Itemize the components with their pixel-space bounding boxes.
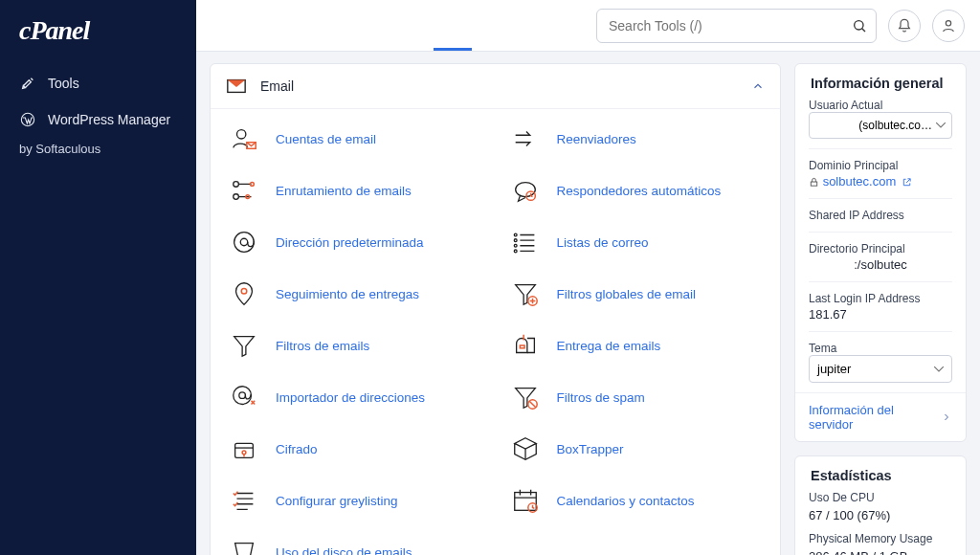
sidebar-item-wordpress[interactable]: WordPress Manager xyxy=(0,101,196,138)
funnel-icon xyxy=(228,329,260,362)
lock-box-icon xyxy=(228,433,260,465)
email-app-label: Reenviadores xyxy=(557,132,636,146)
info-widget: Información general Usuario Actual (solb… xyxy=(794,63,967,442)
active-tab-indicator xyxy=(434,48,472,51)
email-app-label: Cifrado xyxy=(276,442,318,456)
svg-point-21 xyxy=(234,387,252,405)
svg-point-14 xyxy=(514,233,517,236)
stats-widget: Estadísticas Uso De CPU 67 / 100 (67%) P… xyxy=(794,455,967,555)
user-icon xyxy=(941,18,956,33)
email-app-label: Filtros globales de email xyxy=(557,287,697,301)
mailbox-icon xyxy=(509,329,542,362)
svg-point-13 xyxy=(240,238,248,246)
svg-point-25 xyxy=(242,451,246,455)
stats-widget-title: Estadísticas xyxy=(795,456,966,489)
svg-point-0 xyxy=(21,113,33,125)
cpu-label: Uso De CPU xyxy=(809,491,952,504)
svg-point-22 xyxy=(239,392,246,399)
email-app-item[interactable]: Importador de direcciones xyxy=(228,381,482,413)
last-login-value: 181.67 xyxy=(809,307,952,322)
svg-point-7 xyxy=(234,194,239,200)
list-icon xyxy=(509,226,542,258)
last-login-label: Last Login IP Address xyxy=(809,292,952,305)
email-app-label: Cuentas de email xyxy=(276,132,376,146)
email-app-item[interactable]: Cifrado xyxy=(228,433,482,465)
sidebar-subtext: by Softaculous xyxy=(0,138,196,167)
email-app-item[interactable]: Filtros de spam xyxy=(509,381,764,413)
email-app-label: Configurar greylisting xyxy=(276,494,398,508)
email-app-item[interactable]: BoxTrapper xyxy=(509,433,764,465)
greylist-icon xyxy=(228,484,260,517)
primary-domain-link[interactable]: solbutec.com xyxy=(823,174,912,189)
primary-domain-label: Dominio Principal xyxy=(809,159,952,172)
at-import-icon xyxy=(228,381,260,413)
svg-point-15 xyxy=(514,239,517,242)
email-app-item[interactable]: Configurar greylisting xyxy=(228,484,482,517)
box-trap-icon xyxy=(509,433,542,465)
svg-point-4 xyxy=(237,130,246,139)
disk-icon xyxy=(228,536,260,555)
brand-logo: cPanel xyxy=(0,0,196,65)
account-button[interactable] xyxy=(932,10,965,42)
email-app-item[interactable]: Reenviadores xyxy=(509,122,764,155)
mem-value: 286.46 MB / 1 GB (27.08%) xyxy=(809,549,952,555)
email-app-item[interactable]: Enrutamiento de emails xyxy=(228,174,482,207)
wrench-cross-icon xyxy=(19,75,36,92)
email-app-label: Filtros de emails xyxy=(276,339,369,353)
email-app-item[interactable]: Respondedores automáticos xyxy=(509,174,764,207)
email-app-item[interactable]: Listas de correo xyxy=(509,226,764,258)
email-app-item[interactable]: Filtros globales de email xyxy=(509,278,764,310)
email-app-label: Seguimiento de entregas xyxy=(276,287,419,301)
email-app-item[interactable]: Entrega de emails xyxy=(509,329,764,362)
user-mail-icon xyxy=(228,122,260,155)
server-info-link[interactable]: Información del servidor xyxy=(795,392,966,441)
funnel-plus-icon xyxy=(509,278,542,310)
sidebar-item-tools[interactable]: Tools xyxy=(0,65,196,101)
funnel-block-icon xyxy=(509,381,542,413)
email-app-item[interactable]: Filtros de emails xyxy=(228,329,482,362)
at-sign-icon xyxy=(228,226,260,258)
home-dir-value: :/solbutec xyxy=(809,257,952,272)
home-dir-label: Directorio Principal xyxy=(809,242,952,255)
svg-point-8 xyxy=(251,183,255,187)
notifications-button[interactable] xyxy=(888,10,921,42)
calendar-icon xyxy=(509,484,542,517)
envelope-icon xyxy=(226,76,247,97)
email-widget-header[interactable]: Email xyxy=(211,64,780,109)
auto-reply-icon xyxy=(509,174,542,207)
chevron-right-icon xyxy=(941,411,952,423)
routing-icon xyxy=(228,174,260,207)
email-app-label: Calendarios y contactos xyxy=(557,494,695,508)
mem-label: Physical Memory Usage xyxy=(809,532,952,545)
sidebar-item-label: Tools xyxy=(48,76,79,91)
cpu-value: 67 / 100 (67%) xyxy=(809,508,952,522)
search-icon xyxy=(852,18,867,33)
email-app-label: Listas de correo xyxy=(557,235,649,250)
svg-rect-20 xyxy=(520,345,524,348)
email-app-label: Enrutamiento de emails xyxy=(276,184,412,198)
bell-icon xyxy=(897,18,912,33)
svg-point-18 xyxy=(241,288,247,294)
email-app-label: Uso del disco de emails xyxy=(276,545,412,556)
sidebar: cPanel Tools WordPress Manager by Softac… xyxy=(0,0,196,555)
svg-point-2 xyxy=(946,20,950,25)
email-app-label: Importador de direcciones xyxy=(276,390,425,405)
email-widget: Email Cuentas de email Reenviadores Enru… xyxy=(210,63,781,555)
svg-point-12 xyxy=(234,233,255,253)
search-container xyxy=(596,9,877,43)
track-pin-icon xyxy=(228,278,260,310)
email-app-label: Respondedores automáticos xyxy=(557,184,722,198)
current-user-select[interactable]: (solbutec.co… xyxy=(809,112,952,139)
email-app-item[interactable]: Dirección predeterminada xyxy=(228,226,482,258)
search-input[interactable] xyxy=(596,9,877,43)
email-app-item[interactable]: Uso del disco de emails xyxy=(228,536,482,555)
email-app-item[interactable]: Calendarios y contactos xyxy=(509,484,764,517)
svg-point-1 xyxy=(855,20,863,29)
theme-label: Tema xyxy=(809,342,952,355)
svg-rect-33 xyxy=(811,182,816,186)
lock-icon xyxy=(809,177,819,188)
email-app-item[interactable]: Seguimiento de entregas xyxy=(228,278,482,310)
theme-select[interactable]: jupiter xyxy=(809,355,952,383)
email-app-item[interactable]: Cuentas de email xyxy=(228,122,482,155)
current-user-label: Usuario Actual xyxy=(809,99,952,112)
